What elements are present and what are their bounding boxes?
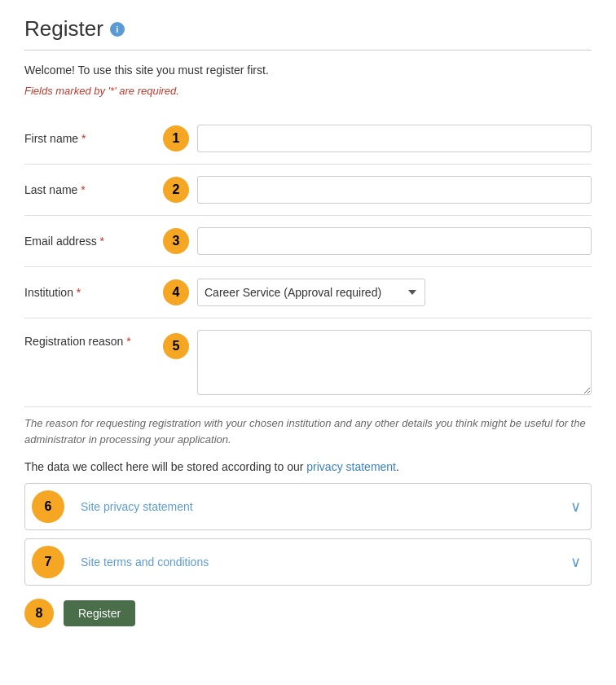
first-name-input[interactable] [197,125,592,152]
registration-reason-row: Registration reason * 5 [24,318,592,407]
step-2-badge: 2 [163,177,189,203]
last-name-label: Last name * [24,183,155,196]
step-7-badge: 7 [32,546,64,578]
register-button[interactable]: Register [64,600,135,626]
privacy-accordion-chevron: ∨ [570,498,591,516]
required-note: Fields marked by '*' are required. [24,85,592,97]
privacy-statement-text: The data we collect here will be stored … [24,452,592,483]
institution-label: Institution * [24,286,155,299]
welcome-message: Welcome! To use this site you must regis… [24,64,592,77]
email-input[interactable] [197,227,592,255]
registration-reason-hint: The reason for requesting registration w… [24,407,592,452]
institution-required-star: * [77,286,81,299]
step-8-badge: 8 [24,599,54,628]
submit-row: 8 Register [24,599,592,628]
registration-reason-textarea[interactable] [197,330,592,395]
email-required-star: * [100,235,104,248]
registration-reason-label: Registration reason * [24,330,155,348]
institution-select[interactable]: Career Service (Approval required) [197,279,425,306]
email-label: Email address * [24,235,155,248]
institution-row: Institution * 4 Career Service (Approval… [24,267,592,318]
terms-accordion-chevron: ∨ [570,553,591,571]
last-name-input[interactable] [197,176,592,204]
step-3-badge: 3 [163,228,189,254]
step-1-badge: 1 [163,125,189,151]
terms-accordion-toggle[interactable]: Site terms and conditions [71,543,570,581]
privacy-accordion-toggle[interactable]: Site privacy statement [71,488,570,525]
step-4-badge: 4 [163,279,189,305]
registration-reason-required-star: * [126,335,130,348]
terms-accordion-wrapper: 7 Site terms and conditions ∨ [24,538,592,586]
first-name-required-star: * [81,132,86,145]
privacy-statement-link[interactable]: privacy statement [306,460,396,473]
privacy-accordion-wrapper: 6 Site privacy statement ∨ [24,483,592,530]
first-name-row: First name * 1 [24,113,592,165]
info-icon[interactable]: i [110,22,125,37]
step-6-badge: 6 [32,490,64,523]
page-title: Register [24,16,103,42]
first-name-label: First name * [24,132,155,145]
last-name-row: Last name * 2 [24,165,592,216]
last-name-required-star: * [81,183,85,196]
step-5-badge: 5 [163,333,189,359]
page-header: Register i [24,16,592,50]
email-row: Email address * 3 [24,216,592,267]
